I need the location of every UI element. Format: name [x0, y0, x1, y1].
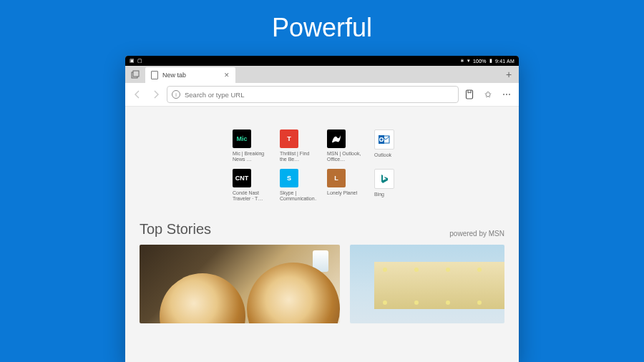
- stories-title: Top Stories: [140, 221, 211, 238]
- address-placeholder: Search or type URL: [185, 91, 244, 99]
- tablet-frame: ▣ ▢ ∗ ▾ 100% ▮ 9:41 AM New tab ✕ +: [125, 56, 519, 362]
- bluetooth-icon: ∗: [460, 58, 464, 64]
- tile-label: Condé Nast Traveler · T…: [233, 190, 270, 202]
- star-icon: ✩: [484, 89, 492, 99]
- browser-toolbar: i Search or type URL ✩ ⋯: [125, 83, 519, 107]
- tile-icon: L: [327, 169, 346, 187]
- story-decoration: [383, 300, 387, 305]
- tile-icon: [374, 129, 394, 150]
- status-left: ▣ ▢: [130, 58, 142, 64]
- tile-label: Lonely Planet: [327, 190, 357, 196]
- battery-percent: 100%: [473, 59, 487, 64]
- tab-label: New tab: [162, 72, 186, 79]
- wifi-icon: ▾: [467, 58, 470, 64]
- tile-label: Skype | Communication…: [280, 190, 317, 202]
- top-site-tile[interactable]: TThrillist | Find the Be…: [280, 129, 317, 163]
- tile-label: MSN | Outlook, Office…: [327, 151, 364, 163]
- top-site-tile[interactable]: Outlook: [374, 129, 411, 163]
- more-icon: ⋯: [502, 89, 511, 99]
- top-site-tile[interactable]: LLonely Planet: [327, 169, 364, 202]
- tile-icon: T: [280, 129, 298, 148]
- status-right: ∗ ▾ 100% ▮ 9:41 AM: [460, 58, 514, 64]
- tile-icon: [374, 169, 394, 189]
- android-status-bar: ▣ ▢ ∗ ▾ 100% ▮ 9:41 AM: [125, 56, 519, 66]
- hero-title: Powerful: [0, 13, 644, 43]
- info-icon: i: [172, 90, 180, 99]
- stories-header: Top Stories powered by MSN: [125, 221, 519, 238]
- tab-strip: New tab ✕ +: [125, 66, 519, 83]
- tile-label: Bing: [374, 192, 384, 197]
- tile-icon: CNT: [233, 169, 251, 187]
- page-icon: [151, 71, 158, 79]
- top-site-tile[interactable]: CNTCondé Nast Traveler · T…: [233, 169, 270, 202]
- top-site-tile[interactable]: SSkype | Communication…: [280, 169, 317, 202]
- story-decoration: [414, 268, 419, 272]
- forward-button[interactable]: [148, 87, 164, 102]
- story-decoration: [374, 262, 504, 309]
- svg-rect-2: [467, 90, 473, 99]
- story-decoration: [313, 250, 328, 272]
- tile-icon: [327, 129, 346, 148]
- tabs-icon: [131, 70, 140, 79]
- new-tab-page: MicMic | Breaking News …TThrillist | Fin…: [125, 107, 519, 362]
- story-card[interactable]: [140, 245, 340, 323]
- promo-stage: Powerful ▣ ▢ ∗ ▾ 100% ▮ 9:41 AM New ta: [0, 0, 644, 362]
- story-decoration: [414, 300, 419, 305]
- story-decoration: [446, 268, 450, 272]
- tab-new[interactable]: New tab ✕: [145, 67, 235, 83]
- clock: 9:41 AM: [495, 59, 514, 64]
- story-decoration: [446, 300, 450, 305]
- story-decoration: [477, 300, 482, 305]
- top-site-tile[interactable]: MicMic | Breaking News …: [233, 129, 270, 163]
- new-tab-button[interactable]: +: [499, 66, 519, 83]
- top-site-tile[interactable]: MSN | Outlook, Office…: [327, 129, 364, 163]
- forward-icon: [152, 90, 160, 99]
- picture-icon: ▣: [130, 58, 135, 64]
- back-icon: [133, 90, 142, 99]
- stories-row: [125, 238, 519, 323]
- top-sites-grid: MicMic | Breaking News …TThrillist | Fin…: [125, 129, 519, 202]
- hub-icon: [465, 89, 474, 99]
- stories-byline: powered by MSN: [449, 230, 504, 238]
- tile-icon: Mic: [233, 129, 251, 148]
- story-card[interactable]: [350, 245, 504, 323]
- svg-rect-1: [133, 71, 139, 77]
- address-bar[interactable]: i Search or type URL: [167, 86, 459, 103]
- tile-label: Thrillist | Find the Be…: [280, 151, 317, 163]
- top-site-tile[interactable]: Bing: [374, 169, 411, 202]
- tabs-button[interactable]: [125, 66, 145, 83]
- screenshot-icon: ▢: [137, 58, 142, 64]
- back-button[interactable]: [130, 87, 145, 102]
- battery-icon: ▮: [489, 58, 492, 64]
- hub-button[interactable]: [462, 87, 477, 102]
- tile-label: Mic | Breaking News …: [233, 151, 270, 163]
- story-decoration: [477, 268, 482, 272]
- close-tab-button[interactable]: ✕: [224, 72, 230, 79]
- tile-label: Outlook: [374, 152, 391, 158]
- favorite-button[interactable]: ✩: [480, 87, 496, 102]
- more-button[interactable]: ⋯: [499, 87, 514, 102]
- story-decoration: [383, 268, 387, 272]
- tile-icon: S: [280, 169, 298, 187]
